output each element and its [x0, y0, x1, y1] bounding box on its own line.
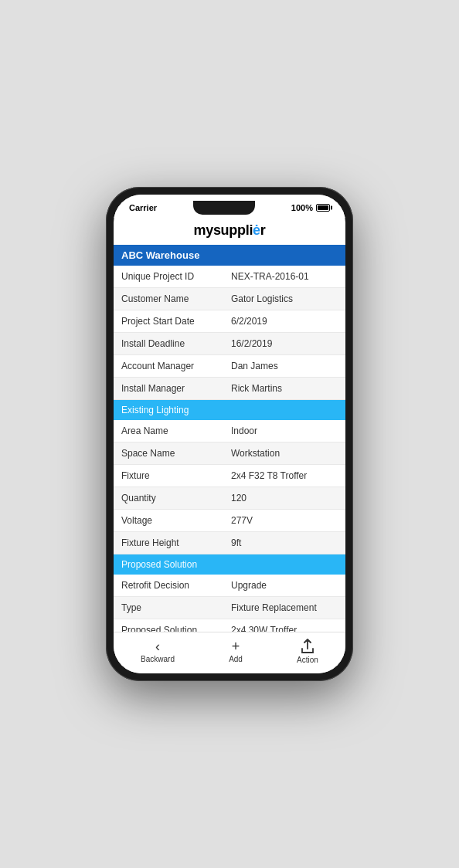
app-name-post: r [260, 222, 266, 238]
proposed-solution-header: Proposed Solution [114, 554, 345, 575]
label-account-manager: Account Manager [114, 355, 225, 377]
label-fixture: Fixture [114, 465, 225, 487]
value-voltage: 277V [225, 510, 345, 531]
phone-screen: Carrier 100% mysuppliėr ABC Warehouse [114, 195, 345, 673]
action-icon [301, 639, 314, 654]
table-row: Install Manager Rick Martins [114, 378, 345, 400]
table-row: Customer Name Gator Logistics [114, 288, 345, 310]
label-retrofit-decision: Retrofit Decision [114, 575, 225, 596]
value-fixture-height: 9ft [225, 532, 345, 554]
label-install-deadline: Install Deadline [114, 333, 225, 354]
table-row: Fixture 2x4 F32 T8 Troffer [114, 465, 345, 487]
app-name-dot: ė [253, 222, 260, 238]
value-proposed-solution: 2x4 30W Troffer [225, 619, 345, 632]
label-area-name: Area Name [114, 420, 225, 442]
battery-body [316, 204, 330, 212]
label-customer-name: Customer Name [114, 288, 225, 310]
table-row: Account Manager Dan James [114, 355, 345, 378]
table-row: Area Name Indoor [114, 420, 345, 442]
nav-backward[interactable]: ‹ Backward [141, 639, 175, 663]
project-info-section: Unique Project ID NEX-TRA-2016-01 Custom… [114, 266, 345, 400]
value-install-deadline: 16/2/2019 [225, 333, 345, 354]
nav-action[interactable]: Action [297, 639, 318, 664]
table-row: Quantity 120 [114, 487, 345, 510]
app-header: mysuppliėr [114, 218, 345, 245]
value-area-name: Indoor [225, 420, 345, 442]
value-quantity: 120 [225, 487, 345, 509]
bottom-nav: ‹ Backward + Add Action [114, 632, 345, 673]
value-install-manager: Rick Martins [225, 378, 345, 399]
table-row: Install Deadline 16/2/2019 [114, 333, 345, 355]
table-row: Project Start Date 6/2/2019 [114, 310, 345, 333]
value-unique-project-id: NEX-TRA-2016-01 [225, 266, 345, 287]
table-row: Type Fixture Replacement [114, 597, 345, 619]
notch [193, 201, 255, 215]
project-title: ABC Warehouse [114, 245, 345, 266]
existing-lighting-header: Existing Lighting [114, 400, 345, 420]
existing-lighting-rows: Area Name Indoor Space Name Workstation … [114, 420, 345, 554]
label-project-start-date: Project Start Date [114, 310, 225, 332]
nav-backward-label: Backward [141, 655, 175, 663]
label-fixture-height: Fixture Height [114, 532, 225, 554]
label-space-name: Space Name [114, 442, 225, 464]
proposed-solution-rows: Retrofit Decision Upgrade Type Fixture R… [114, 575, 345, 632]
value-account-manager: Dan James [225, 355, 345, 377]
table-row: Voltage 277V [114, 510, 345, 532]
battery-percent: 100% [291, 203, 313, 212]
label-quantity: Quantity [114, 487, 225, 509]
battery-fill [318, 205, 328, 210]
app-name-pre: mysuppli [193, 222, 253, 238]
add-icon: + [232, 639, 240, 653]
backward-icon: ‹ [155, 639, 160, 653]
phone-frame: Carrier 100% mysuppliėr ABC Warehouse [106, 187, 353, 681]
value-retrofit-decision: Upgrade [225, 575, 345, 596]
label-voltage: Voltage [114, 510, 225, 531]
content-area[interactable]: ABC Warehouse Unique Project ID NEX-TRA-… [114, 245, 345, 632]
table-row: Space Name Workstation [114, 442, 345, 465]
nav-add-label: Add [229, 655, 243, 663]
label-unique-project-id: Unique Project ID [114, 266, 225, 287]
nav-action-label: Action [297, 656, 318, 664]
value-type: Fixture Replacement [225, 597, 345, 619]
table-row: Unique Project ID NEX-TRA-2016-01 [114, 266, 345, 288]
value-customer-name: Gator Logistics [225, 288, 345, 310]
battery-icon [316, 204, 330, 212]
table-row: Proposed Solution 2x4 30W Troffer [114, 619, 345, 632]
label-type: Type [114, 597, 225, 619]
status-right: 100% [291, 203, 330, 212]
label-proposed-solution: Proposed Solution [114, 619, 225, 632]
label-install-manager: Install Manager [114, 378, 225, 399]
value-fixture: 2x4 F32 T8 Troffer [225, 465, 345, 487]
value-space-name: Workstation [225, 442, 345, 464]
value-project-start-date: 6/2/2019 [225, 310, 345, 332]
nav-add[interactable]: + Add [229, 639, 243, 663]
status-bar: Carrier 100% [114, 195, 345, 218]
carrier-label: Carrier [129, 203, 157, 212]
table-row: Fixture Height 9ft [114, 532, 345, 554]
table-row: Retrofit Decision Upgrade [114, 575, 345, 597]
